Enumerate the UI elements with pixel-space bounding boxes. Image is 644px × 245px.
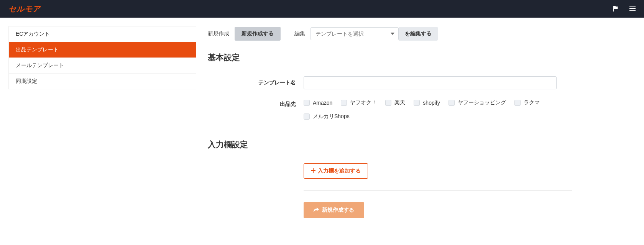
check-label: shopify	[423, 100, 440, 106]
destination-checks: Amazon ヤフオク！ 楽天 shopify ヤフーショッピング ラクマ メル…	[304, 98, 557, 120]
check-yahoo-shopping[interactable]: ヤフーショッピング	[449, 99, 506, 106]
navbar-right	[613, 5, 636, 13]
edit-button[interactable]: を編集する	[399, 27, 438, 41]
template-name-label: テンプレート名	[208, 76, 296, 86]
check-label: ラクマ	[524, 99, 540, 106]
add-input-label: 入力欄を追加する	[318, 168, 361, 174]
plus-icon	[311, 168, 315, 174]
template-name-input[interactable]	[304, 76, 557, 89]
check-shopify[interactable]: shopify	[414, 100, 440, 106]
create-new-button[interactable]: 新規作成する	[235, 27, 281, 41]
sidebar-item-ec-account[interactable]: ECアカウント	[9, 26, 196, 42]
hamburger-icon[interactable]	[629, 6, 636, 12]
checkbox-icon	[304, 113, 310, 120]
check-label: Amazon	[313, 100, 332, 106]
checkbox-icon	[385, 100, 391, 106]
destination-label: 出品先	[208, 98, 296, 108]
check-rakuten[interactable]: 楽天	[385, 99, 405, 106]
submit-label: 新規作成する	[322, 207, 354, 214]
sidebar-item-sync-settings[interactable]: 同期設定	[9, 74, 196, 89]
toolbar: 新規作成 新規作成する 編集 テンプレートを選択 を編集する	[208, 27, 636, 41]
check-label: ヤフーショッピング	[458, 99, 506, 106]
top-navbar: セルモア	[0, 0, 644, 18]
sidebar-item-mail-template[interactable]: メールテンプレート	[9, 58, 196, 74]
brand-logo: セルモア	[8, 4, 41, 14]
main-content: 新規作成 新規作成する 編集 テンプレートを選択 を編集する 基本設定 テンプレ…	[208, 26, 636, 237]
divider	[304, 190, 572, 191]
template-select[interactable]: テンプレートを選択	[310, 27, 399, 40]
basic-settings-heading: 基本設定	[208, 52, 636, 67]
check-rakuma[interactable]: ラクマ	[514, 99, 540, 106]
svg-rect-1	[629, 8, 636, 9]
check-amazon[interactable]: Amazon	[304, 100, 332, 106]
checkbox-icon	[514, 100, 521, 106]
flag-icon[interactable]	[613, 5, 619, 13]
sidebar-item-listing-template[interactable]: 出品テンプレート	[9, 42, 196, 58]
checkbox-icon	[304, 100, 310, 106]
checkbox-icon	[449, 100, 455, 106]
toolbar-edit-label: 編集	[294, 30, 305, 37]
add-input-button[interactable]: 入力欄を追加する	[304, 163, 368, 179]
check-label: 楽天	[394, 99, 405, 106]
toolbar-create-label: 新規作成	[208, 30, 229, 37]
input-settings-heading: 入力欄設定	[208, 139, 636, 154]
submit-create-button[interactable]: 新規作成する	[304, 202, 364, 218]
share-arrow-icon	[314, 207, 319, 213]
check-yahoo-auction[interactable]: ヤフオク！	[341, 99, 377, 106]
check-label: メルカリShops	[313, 113, 350, 120]
svg-rect-2	[629, 10, 636, 11]
sidebar-nav: ECアカウント 出品テンプレート メールテンプレート 同期設定	[8, 26, 196, 89]
svg-rect-0	[629, 6, 636, 7]
checkbox-icon	[414, 100, 420, 106]
checkbox-icon	[341, 100, 347, 106]
check-label: ヤフオク！	[350, 99, 377, 106]
check-mercari-shops[interactable]: メルカリShops	[304, 113, 350, 120]
